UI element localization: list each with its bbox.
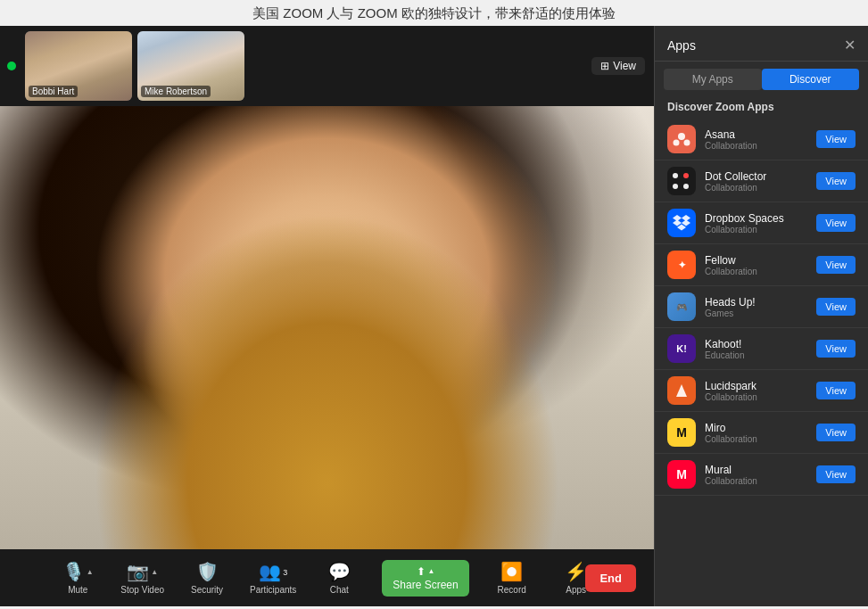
thumbnail-bobbi-label: Bobbi Hart [29, 86, 78, 97]
list-item: K! Kahoot! Education View [655, 328, 868, 370]
end-button[interactable]: End [585, 564, 636, 592]
mural-icon: M [667, 460, 696, 489]
dropbox-category: Collaboration [705, 225, 807, 235]
security-icon: 🛡️ [196, 561, 219, 582]
svg-point-1 [674, 140, 680, 146]
lucidspark-info: Lucidspark Collaboration [705, 380, 807, 402]
kahoot-name: Kahoot! [705, 338, 807, 350]
svg-marker-8 [676, 384, 687, 397]
mural-view-button[interactable]: View [816, 465, 856, 483]
record-label: Record [498, 585, 526, 595]
top-bar-text: 美国 ZOOM 人与 ZOOM 欧的独特设计，带来舒适的使用体验 [252, 5, 616, 21]
chat-icon: 💬 [328, 561, 351, 582]
list-item: Dot Collector Collaboration View [655, 160, 868, 202]
headsup-info: Heads Up! Games [705, 296, 807, 318]
list-item: Asana Collaboration View [655, 119, 868, 160]
share-screen-icon: ⬆ [417, 565, 426, 578]
mute-icon: 🎙️▲ [62, 561, 94, 582]
thumbnail-mike-label: Mike Robertson [141, 86, 211, 97]
security-label: Security [191, 585, 223, 595]
fellow-info: Fellow Collaboration [705, 254, 807, 276]
dotcollector-category: Collaboration [705, 183, 807, 193]
kahoot-info: Kahoot! Education [705, 338, 807, 360]
green-dot-indicator [7, 62, 16, 70]
mute-label: Mute [68, 585, 87, 595]
lucidspark-icon [667, 376, 696, 405]
miro-info: Miro Collaboration [705, 422, 807, 444]
view-button[interactable]: ⊞ View [591, 57, 645, 75]
asana-view-button[interactable]: View [816, 130, 856, 148]
headsup-name: Heads Up! [705, 296, 807, 309]
kahoot-category: Education [705, 350, 807, 360]
dotcollector-name: Dot Collector [705, 170, 807, 183]
lucidspark-name: Lucidspark [705, 380, 807, 392]
svg-marker-5 [673, 220, 682, 226]
participants-icon: 👥3 [259, 561, 287, 582]
miro-category: Collaboration [705, 434, 807, 444]
list-item: ✦ Fellow Collaboration View [655, 244, 868, 286]
mural-info: Mural Collaboration [705, 464, 807, 486]
list-item: Lucidspark Collaboration View [655, 370, 868, 412]
participants-button[interactable]: 👥3 Participants [250, 561, 296, 595]
headsup-icon: 🎮 [667, 292, 696, 321]
thumbnail-row: Bobbi Hart Mike Robertson ⊞ View [0, 26, 654, 106]
list-item: Dropbox Spaces Collaboration View [655, 202, 868, 244]
main-video [0, 106, 654, 549]
headsup-category: Games [705, 309, 807, 318]
apps-label: Apps [566, 585, 586, 595]
share-caret: ▲ [428, 567, 435, 575]
share-screen-label: Share Screen [393, 579, 458, 591]
mural-name: Mural [705, 464, 807, 476]
list-item: 🎮 Heads Up! Games View [655, 286, 868, 328]
miro-view-button[interactable]: View [816, 424, 856, 441]
asana-info: Asana Collaboration [705, 128, 807, 151]
dotcollector-icon [667, 167, 696, 195]
asana-category: Collaboration [705, 141, 807, 151]
share-screen-icon-area: ⬆ ▲ [417, 565, 435, 578]
chat-label: Chat [330, 585, 349, 595]
thumbnail-bobbi[interactable]: Bobbi Hart [25, 31, 132, 101]
tab-my-apps[interactable]: My Apps [664, 69, 762, 90]
dropbox-view-button[interactable]: View [816, 214, 856, 232]
svg-marker-7 [677, 225, 686, 231]
close-apps-button[interactable]: ✕ [844, 37, 856, 53]
security-button[interactable]: 🛡️ Security [186, 561, 228, 595]
dropbox-name: Dropbox Spaces [705, 212, 807, 225]
stop-video-button[interactable]: 📷▲ Stop Video [120, 561, 164, 595]
apps-icon: ⚡ [565, 561, 587, 582]
dropbox-icon [667, 209, 696, 237]
apps-tabs-row: My Apps Discover [655, 62, 868, 97]
main-container: Bobbi Hart Mike Robertson ⊞ View 🎙️▲ [0, 26, 868, 606]
mute-button[interactable]: 🎙️▲ Mute [56, 561, 99, 595]
share-screen-button[interactable]: ⬆ ▲ Share Screen [382, 560, 468, 597]
tab-discover[interactable]: Discover [762, 69, 860, 90]
lucidspark-view-button[interactable]: View [816, 382, 856, 399]
dotcollector-view-button[interactable]: View [816, 172, 856, 190]
chat-button[interactable]: 💬 Chat [318, 561, 360, 595]
asana-icon [667, 125, 696, 153]
discover-section-title: Discover Zoom Apps [655, 97, 868, 119]
fellow-icon: ✦ [667, 251, 696, 279]
headsup-view-button[interactable]: View [816, 298, 856, 316]
record-icon: ⏺️ [500, 561, 523, 582]
top-bar: 美国 ZOOM 人与 ZOOM 欧的独特设计，带来舒适的使用体验 [0, 0, 868, 26]
apps-panel-header: Apps ✕ [655, 26, 868, 62]
miro-name: Miro [705, 422, 807, 434]
list-item: M Mural Collaboration View [655, 454, 868, 496]
fellow-category: Collaboration [705, 267, 807, 276]
stop-video-label: Stop Video [120, 585, 164, 595]
fellow-name: Fellow [705, 254, 807, 267]
kahoot-view-button[interactable]: View [816, 340, 856, 358]
asana-name: Asana [705, 128, 807, 141]
record-button[interactable]: ⏺️ Record [491, 561, 533, 595]
svg-point-0 [678, 133, 685, 140]
view-icon: ⊞ [600, 60, 609, 72]
fellow-view-button[interactable]: View [816, 256, 856, 274]
toolbar: 🎙️▲ Mute 📷▲ Stop Video 🛡️ Security 👥3 Pa… [0, 549, 654, 606]
camera-icon: 📷▲ [127, 561, 158, 582]
apps-panel: Apps ✕ My Apps Discover Discover Zoom Ap… [654, 26, 868, 606]
person-overlay [0, 106, 654, 549]
list-item: M Miro Collaboration View [655, 412, 868, 454]
thumbnail-mike[interactable]: Mike Robertson [137, 31, 244, 101]
lucidspark-category: Collaboration [705, 392, 807, 402]
